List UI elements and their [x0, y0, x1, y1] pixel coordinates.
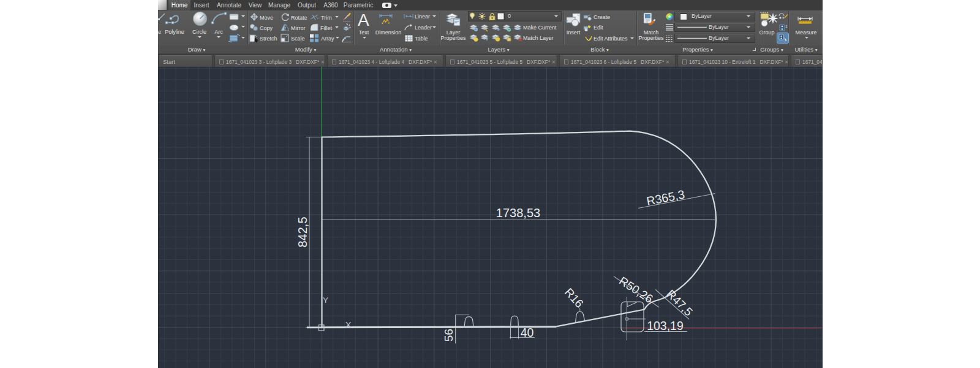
svg-text:40: 40 — [521, 326, 534, 339]
svg-text:1738,53: 1738,53 — [496, 206, 540, 220]
svg-text:R47,5: R47,5 — [664, 288, 695, 319]
svg-text:103,19: 103,19 — [647, 319, 684, 332]
svg-text:842,5: 842,5 — [296, 217, 309, 247]
svg-text:R16: R16 — [562, 286, 586, 310]
svg-text:Y: Y — [323, 296, 328, 305]
svg-text:X: X — [345, 320, 352, 330]
svg-text:56: 56 — [442, 329, 455, 342]
svg-text:R365,3: R365,3 — [646, 187, 686, 208]
